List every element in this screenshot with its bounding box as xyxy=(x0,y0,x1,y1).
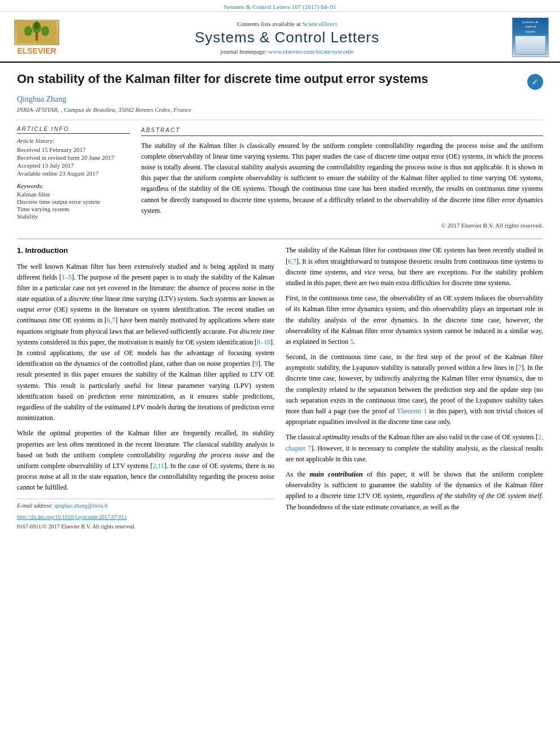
keyword-4: Stability xyxy=(17,213,130,220)
intro-para-2: While the optimal properties of the Kalm… xyxy=(17,428,274,493)
journal-header-center: Contents lists available at ScienceDirec… xyxy=(62,20,512,55)
svg-point-5 xyxy=(34,21,40,29)
right-para-5: As the main contribution of this paper, … xyxy=(286,469,543,513)
article-info-label: ARTICLE INFO xyxy=(17,126,130,134)
article-meta-section: ARTICLE INFO Article history: Received 1… xyxy=(17,126,543,230)
cover-title: systems & control letters xyxy=(522,20,539,34)
ref-7-link[interactable]: 7 xyxy=(518,364,522,372)
received-revised-date: Received in revised form 20 June 2017 xyxy=(17,154,130,161)
journal-cover-image: systems & control letters xyxy=(512,18,549,57)
article-content-area: On stability of the Kalman filter for di… xyxy=(0,63,560,543)
contents-availability: Contents lists available at ScienceDirec… xyxy=(62,20,512,27)
svg-point-2 xyxy=(24,26,32,36)
right-para-4: The classical optimality results of the … xyxy=(286,432,543,465)
ref-2-11-link[interactable]: 2,11 xyxy=(152,462,164,470)
journal-homepage-line: journal homepage: www.elsevier.com/locat… xyxy=(62,48,512,55)
svg-rect-4 xyxy=(36,32,38,41)
keywords-section: Keywords: Kalman filter Discrete time ou… xyxy=(17,182,130,220)
abstract-column: ABSTRACT The stability of the Kalman fil… xyxy=(141,126,543,230)
journal-homepage-link[interactable]: www.elsevier.com/locate/sysconle xyxy=(268,48,353,55)
author-name: Qinghua Zhang xyxy=(17,95,543,104)
accepted-date: Accepted 13 July 2017 xyxy=(17,162,130,169)
email-label: E-mail address: xyxy=(17,503,53,509)
intro-para-1: The well known Kalman filter has been ex… xyxy=(17,261,274,424)
email-link[interactable]: qinghua.zhang@inria.fr xyxy=(54,503,108,509)
ref-6-7-link-2[interactable]: 6,7 xyxy=(288,257,296,265)
right-para-3: Second, in the continuous time case, in … xyxy=(286,352,543,427)
issn-line: 0167-6911/© 2017 Elsevier B.V. All right… xyxy=(17,522,274,531)
journal-citation-text: Systems & Control Letters 107 (2017) 84–… xyxy=(224,3,336,10)
copyright-notice: © 2017 Elsevier B.V. All rights reserved… xyxy=(141,221,543,230)
email-footnote: E-mail address: qinghua.zhang@inria.fr xyxy=(17,501,274,510)
journal-citation-bar: Systems & Control Letters 107 (2017) 84–… xyxy=(0,0,560,12)
author-affiliation: INRIA–IFSITAR, , Campus de Beaulieu, 350… xyxy=(17,106,543,113)
crossmark-badge[interactable] xyxy=(527,74,543,90)
svg-point-3 xyxy=(41,26,49,36)
body-content: 1. Introduction The well known Kalman fi… xyxy=(17,245,543,531)
body-right-column: The stability of the Kalman filter for c… xyxy=(286,245,543,531)
section-5-link[interactable]: 5 xyxy=(350,338,353,346)
header-right: systems & control letters xyxy=(512,18,549,57)
ref-1-5-link[interactable]: 1–5 xyxy=(62,273,72,281)
footnote-area: E-mail address: qinghua.zhang@inria.fr xyxy=(17,499,274,510)
article-title: On stability of the Kalman filter for di… xyxy=(17,71,522,88)
keyword-3: Time varying system xyxy=(17,206,130,212)
elsevier-tree-logo xyxy=(14,20,59,45)
keyword-1: Kalman filter xyxy=(17,191,130,198)
body-left-column: 1. Introduction The well known Kalman fi… xyxy=(17,245,274,531)
available-online-date: Available online 23 August 2017 xyxy=(17,170,130,177)
article-history-label: Article history: xyxy=(17,137,130,144)
ref-8-10-link[interactable]: 8–10 xyxy=(257,338,270,346)
ref-9-link[interactable]: 9 xyxy=(255,360,258,368)
right-para-1: The stability of the Kalman filter for c… xyxy=(286,245,543,289)
theorem-1-link[interactable]: Theorem 1 xyxy=(397,407,427,415)
received-date: Received 15 February 2017 xyxy=(17,146,130,153)
ref-6-7-link-1[interactable]: 6,7 xyxy=(107,316,115,324)
keyword-2: Discrete time output error system xyxy=(17,198,130,205)
sciencedirect-link[interactable]: ScienceDirect xyxy=(302,20,337,27)
keywords-label: Keywords: xyxy=(17,182,130,189)
divider-1 xyxy=(17,120,543,120)
section1-heading: 1. Introduction xyxy=(17,245,274,256)
journal-header: ELSEVIER Contents lists available at Sci… xyxy=(0,12,560,63)
right-para-2: First, in the continuous time case, the … xyxy=(286,293,543,347)
elsevier-wordmark: ELSEVIER xyxy=(17,46,56,55)
journal-title: Systems & Control Letters xyxy=(62,29,512,46)
abstract-text: The stability of the Kalman filter is cl… xyxy=(141,141,543,216)
abstract-label: ABSTRACT xyxy=(141,126,543,136)
doi-link[interactable]: http://dx.doi.org/10.1016/j.sysconle.201… xyxy=(17,514,127,520)
article-info-column: ARTICLE INFO Article history: Received 1… xyxy=(17,126,130,230)
elsevier-logo: ELSEVIER xyxy=(11,20,62,55)
doi-line[interactable]: http://dx.doi.org/10.1016/j.sysconle.201… xyxy=(17,513,274,522)
divider-2 xyxy=(17,238,543,239)
